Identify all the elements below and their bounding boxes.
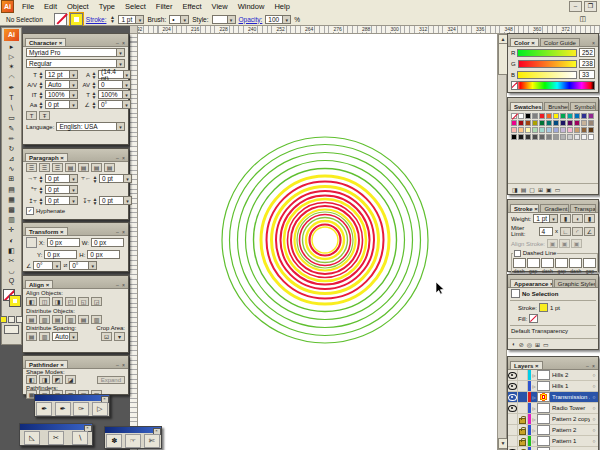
dash-field[interactable]: [569, 258, 582, 268]
field-value[interactable]: 0 pt▾: [45, 196, 78, 205]
space-h-icon[interactable]: ▥: [39, 332, 50, 341]
color-swatch[interactable]: [525, 134, 531, 140]
visibility-toggle[interactable]: [508, 403, 518, 413]
rectangle-tool[interactable]: ▭: [3, 113, 20, 123]
menu-window[interactable]: Window: [233, 1, 270, 12]
color-button[interactable]: [0, 316, 7, 323]
b-value[interactable]: 33: [579, 70, 595, 79]
brush-combo[interactable]: •▾: [169, 15, 189, 24]
intersect-shape-icon[interactable]: ◩: [52, 375, 63, 384]
dist-h-right-icon[interactable]: ▥: [91, 315, 102, 324]
target-icon[interactable]: ○: [590, 394, 598, 400]
menu-view[interactable]: View: [207, 1, 233, 12]
add-anchor-point-tool[interactable]: ✒: [36, 402, 52, 416]
lock-toggle[interactable]: [518, 436, 528, 446]
hyphenate-checkbox[interactable]: ✓: [26, 207, 34, 215]
knife-tool[interactable]: ∖: [72, 431, 88, 445]
field-stepper[interactable]: ▲▼: [38, 71, 44, 79]
cut-tools-palette[interactable]: × ◺✂∖: [19, 423, 93, 446]
color-swatch[interactable]: [560, 113, 566, 119]
lock-toggle[interactable]: [518, 370, 528, 380]
align-outside-stroke-icon[interactable]: ▣: [571, 239, 582, 248]
miter-join-icon[interactable]: ∟: [560, 227, 571, 236]
field-stepper[interactable]: ▲▼: [92, 197, 98, 205]
duplicate-item-icon[interactable]: ⊞: [535, 341, 540, 348]
field-stepper[interactable]: ▲▼: [91, 71, 97, 79]
layer-row-pattern-2-copy[interactable]: ▷Pattern 2 copy○: [508, 414, 598, 425]
align-v-bottom-icon[interactable]: ◲: [91, 297, 102, 306]
rotate-tool[interactable]: ↻: [3, 144, 20, 154]
tab-brushes[interactable]: Brushes: [544, 102, 569, 110]
stroke-stepper[interactable]: ▲▼: [109, 15, 115, 23]
round-join-icon[interactable]: ◜: [572, 227, 583, 236]
lock-toggle[interactable]: [518, 425, 528, 435]
color-swatch[interactable]: [574, 113, 580, 119]
visibility-toggle[interactable]: [508, 425, 518, 435]
lasso-tool[interactable]: ◠: [3, 73, 20, 83]
ring-path[interactable]: [246, 161, 405, 320]
color-swatch[interactable]: [539, 127, 545, 133]
gap-field[interactable]: [555, 258, 568, 268]
menu-effect[interactable]: Effect: [178, 1, 207, 12]
color-swatch[interactable]: [581, 134, 587, 140]
magic-wand-tool[interactable]: ✶: [3, 62, 20, 72]
layer-name[interactable]: Pattern 2: [552, 427, 590, 433]
hand-pointer-tool[interactable]: ☞: [125, 434, 141, 448]
dash-field[interactable]: [513, 258, 526, 268]
field-stepper[interactable]: ▲▼: [38, 175, 44, 183]
field-value[interactable]: 0°▾: [98, 100, 131, 109]
color-swatch[interactable]: [546, 113, 552, 119]
restore-button[interactable]: ❐: [584, 1, 597, 12]
show-kind-icon[interactable]: ▤: [521, 186, 527, 193]
menu-type[interactable]: Type: [94, 1, 120, 12]
layer-name[interactable]: Pattern 2 copy: [552, 416, 590, 422]
reduce-appearance-icon[interactable]: ◎: [527, 341, 532, 348]
menu-file[interactable]: File: [17, 1, 39, 12]
delete-swatch-icon[interactable]: ▭: [555, 186, 561, 193]
color-swatch[interactable]: [574, 120, 580, 126]
visibility-toggle[interactable]: [508, 436, 518, 446]
field-value[interactable]: 100%▾: [98, 90, 131, 99]
weight-combo[interactable]: 1 pt▾: [533, 214, 558, 223]
tab-transparency[interactable]: Transparency: [570, 204, 596, 212]
target-icon[interactable]: ○: [590, 405, 598, 411]
screen-mode-button[interactable]: [4, 325, 19, 334]
field-value[interactable]: 0 pt▾: [45, 174, 78, 183]
field-value[interactable]: 0 pt▾: [99, 196, 132, 205]
menu-select[interactable]: Select: [120, 1, 151, 12]
color-swatch[interactable]: [567, 120, 573, 126]
tab-character[interactable]: Character ×: [25, 38, 66, 46]
direct-selection-tool[interactable]: ▷: [3, 52, 20, 62]
delete-item-icon[interactable]: ▭: [543, 341, 549, 348]
layer-row-pattern-1[interactable]: ▷Pattern 1○: [508, 436, 598, 447]
selection-tool[interactable]: ▸: [3, 42, 20, 52]
delete-anchor-point-tool[interactable]: ✒: [55, 402, 71, 416]
field-stepper[interactable]: ▲▼: [38, 197, 44, 205]
ring-path[interactable]: [310, 225, 341, 256]
ring-path[interactable]: [238, 153, 413, 328]
tab-paragraph[interactable]: Paragraph ×: [25, 153, 68, 161]
gap-field[interactable]: [583, 258, 596, 268]
color-swatch[interactable]: [581, 127, 587, 133]
layer-row-hills-2[interactable]: ▷Hills 2○: [508, 370, 598, 381]
warp-tool[interactable]: ∿: [3, 164, 20, 174]
exclude-shape-icon[interactable]: ◪: [65, 375, 76, 384]
color-swatch[interactable]: [567, 127, 573, 133]
lock-toggle[interactable]: [518, 392, 528, 402]
bevel-join-icon[interactable]: ∠: [584, 227, 595, 236]
color-swatch[interactable]: [567, 134, 573, 140]
ring-path[interactable]: [284, 199, 366, 281]
h-field[interactable]: 0 px: [87, 250, 120, 259]
new-art-appearance-icon[interactable]: ◐: [512, 341, 516, 347]
pen-tool[interactable]: ✒: [3, 83, 20, 93]
lock-toggle[interactable]: [518, 403, 528, 413]
dist-h-center-icon[interactable]: ▤: [78, 315, 89, 324]
panel-buttons[interactable]: – ×: [116, 155, 126, 161]
color-swatch[interactable]: [574, 127, 580, 133]
tab-align[interactable]: Align ×: [25, 280, 53, 288]
color-swatch[interactable]: [567, 113, 573, 119]
layer-row-pattern-2[interactable]: ▷Pattern 2○: [508, 425, 598, 436]
tab-appearance[interactable]: Appearance ×: [510, 279, 553, 287]
ring-path[interactable]: [312, 227, 338, 253]
color-swatch[interactable]: [560, 127, 566, 133]
